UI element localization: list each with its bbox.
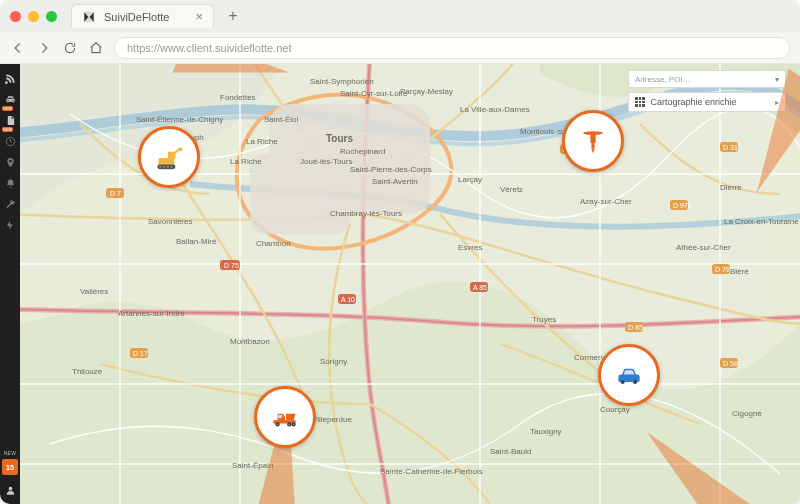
svg-text:Athée-sur-Cher: Athée-sur-Cher	[676, 243, 731, 252]
sidebar-item-vehicles[interactable]: NEW	[0, 89, 20, 109]
svg-text:Ballan-Miré: Ballan-Miré	[176, 237, 217, 246]
dump-truck-icon	[268, 400, 302, 434]
svg-text:Thilouze: Thilouze	[72, 367, 103, 376]
svg-text:Montbazon: Montbazon	[230, 337, 270, 346]
svg-point-72	[159, 166, 161, 168]
svg-text:D 85: D 85	[628, 324, 643, 331]
svg-text:Courçay: Courçay	[600, 405, 630, 414]
asset-marker-car[interactable]	[598, 344, 660, 406]
car-icon	[612, 358, 646, 392]
new-tab-button[interactable]: +	[222, 5, 244, 27]
tab-title: SuiviDeFlotte	[104, 11, 169, 23]
asset-marker-jackhammer[interactable]	[562, 110, 624, 172]
app-content: NEW NEW NEW 15	[0, 64, 800, 504]
signal-icon	[5, 73, 16, 84]
svg-text:Bléré: Bléré	[730, 267, 749, 276]
svg-rect-82	[599, 132, 602, 134]
sidebar-item-settings[interactable]	[0, 194, 20, 214]
svg-rect-79	[591, 143, 594, 148]
bell-icon	[5, 178, 16, 189]
sidebar-item-eco[interactable]	[0, 215, 20, 235]
asset-marker-truck[interactable]	[254, 386, 316, 448]
tab-bar: SuiviDeFlotte × +	[0, 0, 800, 32]
forward-button[interactable]	[36, 40, 52, 56]
svg-text:Saint-Avertin: Saint-Avertin	[372, 177, 418, 186]
excavator-icon	[152, 140, 186, 174]
bolt-icon	[5, 220, 16, 231]
url-text: https://www.client.suivideflotte.net	[127, 42, 291, 54]
window-controls	[10, 11, 63, 22]
svg-rect-70	[168, 152, 175, 159]
svg-text:Azay-sur-Cher: Azay-sur-Cher	[580, 197, 632, 206]
svg-text:A 85: A 85	[473, 284, 487, 291]
sidebar-new-label: NEW	[4, 450, 17, 456]
svg-rect-88	[278, 415, 282, 418]
svg-point-94	[293, 424, 295, 426]
svg-text:Véretz: Véretz	[500, 185, 523, 194]
svg-rect-69	[158, 158, 174, 165]
asset-marker-excavator[interactable]	[138, 126, 200, 188]
svg-text:Saint-Bauld: Saint-Bauld	[490, 447, 531, 456]
sidebar-item-reports[interactable]: NEW	[0, 110, 20, 130]
svg-text:Sorigny: Sorigny	[320, 357, 347, 366]
jackhammer-icon	[576, 124, 610, 158]
sidebar-date-badge[interactable]: 15	[2, 459, 18, 475]
car-icon	[5, 94, 16, 105]
svg-text:Esvres: Esvres	[458, 243, 482, 252]
svg-text:Saint-Pierre-des-Corps: Saint-Pierre-des-Corps	[350, 165, 432, 174]
maximize-window-button[interactable]	[46, 11, 57, 22]
close-window-button[interactable]	[10, 11, 21, 22]
svg-text:La Croix-en-Touraine: La Croix-en-Touraine	[724, 217, 799, 226]
map-city-label: Tours	[326, 133, 353, 144]
svg-text:Joué-lès-Tours: Joué-lès-Tours	[300, 157, 352, 166]
svg-point-74	[167, 166, 169, 168]
svg-text:D 976: D 976	[673, 202, 692, 209]
svg-rect-78	[590, 131, 595, 143]
svg-marker-80	[591, 148, 594, 153]
svg-text:D 751: D 751	[224, 262, 243, 269]
svg-text:Chambon: Chambon	[256, 239, 291, 248]
browser-toolbar: https://www.client.suivideflotte.net	[0, 32, 800, 64]
svg-point-75	[171, 166, 173, 168]
svg-point-73	[163, 166, 165, 168]
sidebar-item-history[interactable]	[0, 131, 20, 151]
tab-close-icon[interactable]: ×	[195, 9, 203, 24]
wrench-icon	[5, 199, 16, 210]
svg-point-85	[634, 380, 637, 383]
home-button[interactable]	[88, 40, 104, 56]
svg-point-93	[288, 424, 290, 426]
svg-rect-3	[250, 154, 350, 234]
svg-text:Rochepinard: Rochepinard	[340, 147, 385, 156]
svg-text:Parçay-Meslay: Parçay-Meslay	[400, 87, 453, 96]
url-bar[interactable]: https://www.client.suivideflotte.net	[114, 37, 790, 59]
svg-text:Saint-Symphorien: Saint-Symphorien	[310, 77, 374, 86]
svg-text:D 17: D 17	[133, 350, 148, 357]
clock-icon	[5, 136, 16, 147]
svg-text:D 58: D 58	[723, 360, 738, 367]
svg-text:A 10: A 10	[341, 296, 355, 303]
document-icon	[5, 115, 16, 126]
pin-icon	[5, 157, 16, 168]
svg-rect-81	[583, 132, 586, 134]
back-button[interactable]	[10, 40, 26, 56]
sidebar-item-alerts[interactable]	[0, 173, 20, 193]
svg-text:Truyes: Truyes	[532, 315, 556, 324]
sidebar-item-poi[interactable]	[0, 152, 20, 172]
reload-button[interactable]	[62, 40, 78, 56]
svg-text:Artannes-sur-Indre: Artannes-sur-Indre	[118, 309, 185, 318]
svg-text:Vallères: Vallères	[80, 287, 108, 296]
svg-text:Larçay: Larçay	[458, 175, 482, 184]
sidebar-item-account[interactable]	[0, 480, 20, 500]
minimize-window-button[interactable]	[28, 11, 39, 22]
app-sidebar: NEW NEW NEW 15	[0, 64, 20, 504]
browser-tab[interactable]: SuiviDeFlotte ×	[71, 4, 214, 28]
map-viewport[interactable]: D 751 D 7 D 140 D 976 A 85 A 10 D 17 D 8…	[20, 64, 800, 504]
sidebar-item-live[interactable]	[0, 68, 20, 88]
browser-window: SuiviDeFlotte × + https://www.client.sui…	[0, 0, 800, 504]
svg-text:La Ville-aux-Dames: La Ville-aux-Dames	[460, 105, 530, 114]
svg-text:Saint-Cyr-sur-Loire: Saint-Cyr-sur-Loire	[340, 89, 408, 98]
user-icon	[5, 485, 16, 496]
svg-text:Chambray-lès-Tours: Chambray-lès-Tours	[330, 209, 402, 218]
svg-text:Tauxigny: Tauxigny	[530, 427, 562, 436]
svg-marker-68	[173, 64, 290, 110]
